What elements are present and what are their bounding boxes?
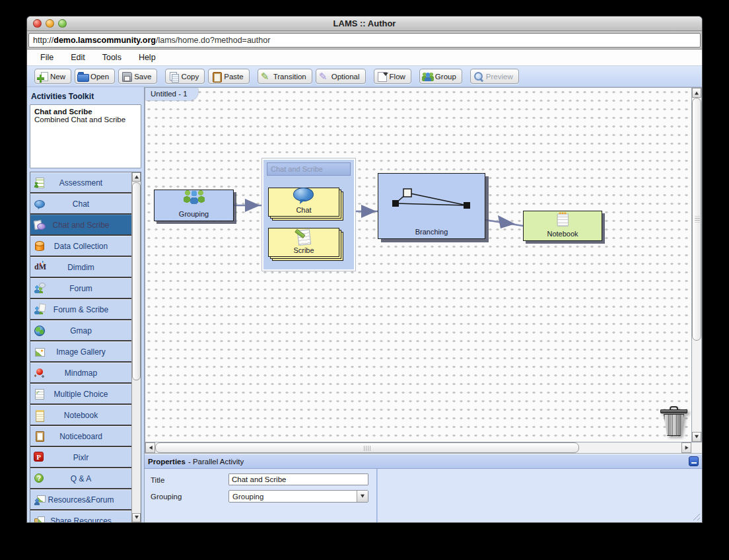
close-button[interactable] [33, 19, 42, 28]
notebook-node[interactable]: Notebook [523, 211, 602, 241]
sidebar-item-assessment[interactable]: Assessment [30, 172, 131, 192]
canvas-scroll-up-icon[interactable] [692, 88, 701, 98]
scribe-activity-node[interactable]: Scribe [268, 228, 339, 257]
properties-header-title: Properties [148, 458, 186, 466]
resize-grip-icon[interactable] [691, 512, 700, 520]
sidebar-item-data-collection[interactable]: Data Collection [30, 236, 131, 256]
globe-icon [34, 325, 46, 337]
grouping-dropdown[interactable]: Grouping [228, 490, 368, 503]
properties-header-subtitle: - Parallel Activity [188, 458, 244, 466]
sidebar-item-notebook[interactable]: Notebook [30, 405, 131, 425]
preview-button[interactable]: Preview [470, 69, 519, 84]
canvas-vertical-scrollbar[interactable] [691, 87, 702, 442]
resources-forum-icon [34, 494, 46, 506]
sidebar-item-forum[interactable]: Forum [30, 278, 131, 298]
open-folder-icon [77, 71, 89, 83]
properties-minimize-icon[interactable] [689, 456, 699, 466]
sidebar-scroll-up-icon[interactable] [132, 172, 141, 182]
flow-icon [376, 71, 388, 83]
grouping-people-icon [182, 189, 206, 206]
dimdim-icon: dM [34, 262, 46, 273]
open-button[interactable]: Open [75, 69, 115, 84]
sidebar-item-share-resources[interactable]: Share Resources [30, 510, 131, 522]
database-icon [34, 240, 46, 252]
flow-button[interactable]: Flow [374, 69, 411, 84]
grouping-dropdown-arrow-icon[interactable] [357, 491, 368, 502]
canvas-scroll-right-icon[interactable] [681, 442, 691, 453]
sidebar-item-chat[interactable]: Chat [30, 193, 131, 213]
pixlr-icon: P [34, 452, 44, 462]
chat-balloon-icon [292, 187, 316, 204]
parallel-activity-title[interactable]: Chat and Scribe [267, 162, 351, 176]
authoring-area: Untitled - 1 Grouping Chat [145, 87, 702, 522]
window-title: LAMS :: Author [333, 18, 396, 28]
group-button[interactable]: Group [419, 69, 462, 84]
save-button[interactable]: Save [118, 69, 157, 84]
paste-button[interactable]: Paste [208, 69, 249, 84]
parallel-activity-container[interactable]: Chat and Scribe Chat Scribe [262, 158, 355, 271]
sidebar-item-image-gallery[interactable]: Image Gallery [30, 341, 131, 361]
sidebar-scroll-thumb[interactable] [132, 182, 141, 380]
sidebar-item-noticeboard[interactable]: Noticeboard [30, 426, 131, 446]
group-people-icon [422, 71, 434, 83]
window-controls [33, 19, 67, 28]
chat-activity-node[interactable]: Chat [268, 188, 339, 217]
sidebar-item-dimdim[interactable]: dMDimdim [30, 257, 131, 277]
activities-toolkit-panel: Activities Toolkit Chat and Scribe Combi… [27, 87, 145, 522]
sidebar-item-chat-and-scribe[interactable]: Chat and Scribe [30, 215, 131, 234]
sidebar-item-qa[interactable]: ?Q & A [30, 468, 131, 488]
preview-magnifier-icon [473, 71, 485, 83]
transition-button[interactable]: Transition [258, 69, 312, 84]
design-tab[interactable]: Untitled - 1 [145, 88, 198, 100]
menu-edit[interactable]: Edit [71, 53, 85, 62]
sidebar-item-resources-forum[interactable]: Resources&Forum [30, 489, 131, 509]
canvas-horizontal-scrollbar[interactable] [145, 442, 702, 454]
share-resources-icon [34, 515, 46, 522]
title-input[interactable] [228, 473, 368, 485]
branching-node[interactable]: Branching [378, 173, 485, 239]
branching-node-label: Branching [415, 228, 448, 236]
notebook-icon [34, 409, 46, 421]
design-canvas[interactable]: Untitled - 1 Grouping Chat [145, 87, 691, 442]
minimize-button[interactable] [46, 19, 54, 28]
branching-diagram-icon [378, 182, 485, 220]
menu-bar: File Edit Tools Help [27, 50, 702, 66]
sidebar-item-multiple-choice[interactable]: Multiple Choice [30, 384, 131, 403]
new-button[interactable]: New [34, 69, 71, 84]
optional-button[interactable]: Optional [316, 69, 366, 84]
url-prefix: http:// [33, 36, 53, 45]
menu-tools[interactable]: Tools [102, 53, 122, 62]
canvas-scroll-left-icon[interactable] [145, 442, 155, 453]
multiple-choice-icon [34, 388, 46, 400]
menu-help[interactable]: Help [139, 53, 156, 62]
menu-file[interactable]: File [40, 53, 53, 62]
activities-toolkit-header: Activities Toolkit [31, 92, 141, 101]
copy-button[interactable]: Copy [165, 69, 205, 84]
canvas-scroll-down-icon[interactable] [692, 432, 701, 442]
sidebar-item-mindmap[interactable]: Mindmap [30, 363, 131, 382]
url-field[interactable]: http://demo.lamscommunity.org/lams/home.… [28, 33, 701, 48]
sidebar-scrollbar[interactable] [131, 172, 141, 522]
forum-icon [34, 283, 46, 295]
assessment-icon [34, 177, 46, 189]
grouping-node[interactable]: Grouping [154, 190, 234, 221]
sidebar-item-pixlr[interactable]: PPixlr [30, 447, 131, 467]
grouping-dropdown-value: Grouping [229, 493, 357, 501]
url-path: /lams/home.do?method=author [156, 36, 270, 45]
zoom-button[interactable] [58, 19, 67, 28]
trash-icon[interactable] [658, 405, 690, 438]
transition-arrows [145, 88, 691, 442]
canvas-hscroll-thumb[interactable] [155, 442, 579, 453]
copy-pages-icon [168, 71, 180, 83]
sidebar-scroll-down-icon[interactable] [132, 513, 141, 522]
activity-description-subtitle: Combined Chat and Scribe [34, 116, 125, 123]
sidebar-item-gmap[interactable]: Gmap [30, 320, 131, 340]
properties-panel: Properties - Parallel Activity Title Gro… [145, 454, 702, 522]
properties-body: Title Grouping Grouping [145, 469, 702, 522]
window-titlebar[interactable]: LAMS :: Author [27, 17, 702, 31]
sidebar-item-forum-scribe[interactable]: Forum & Scribe [30, 299, 131, 319]
save-disk-icon [121, 71, 133, 83]
url-bar: http://demo.lamscommunity.org/lams/home.… [27, 31, 702, 50]
activities-list: Assessment Chat Chat and Scribe Data Col… [30, 172, 141, 522]
canvas-vscroll-thumb[interactable] [692, 98, 701, 341]
